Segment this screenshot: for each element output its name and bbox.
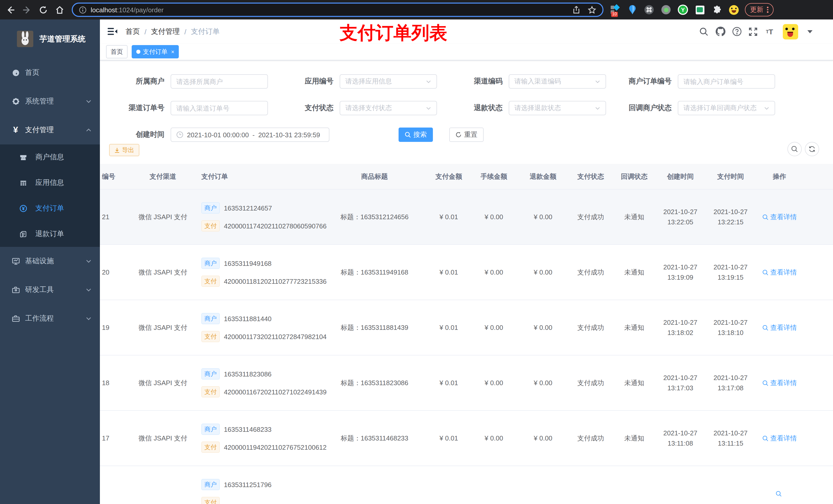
breadcrumb-pay-manage[interactable]: 支付管理 [151, 27, 180, 36]
refresh-table-button[interactable] [805, 142, 819, 156]
col-header-pay-time: 支付时间 [706, 171, 755, 182]
sidebar-item-infra[interactable]: 基础设施 [0, 247, 100, 275]
cell-id: 17 [100, 434, 124, 442]
cell-order: 商户 1635312124657 支付 42000011742021102780… [201, 202, 321, 232]
view-detail-link[interactable]: 查看详情 [755, 434, 804, 443]
font-size-icon[interactable]: TT [764, 26, 775, 37]
extension-icon-chat[interactable] [695, 5, 705, 15]
refund-status-select[interactable]: 请选择退款状态 [509, 101, 606, 115]
user-avatar[interactable] [783, 24, 798, 39]
bookmark-star-icon[interactable] [588, 5, 596, 14]
extension-icon-blocks[interactable]: 10 [610, 5, 620, 15]
extension-icon-emoji[interactable] [729, 5, 739, 15]
cell-pay-time: 2021-10-2713:18:10 [706, 317, 755, 338]
avatar-caret-icon[interactable] [807, 30, 812, 33]
extension-icon-green-dot[interactable] [661, 5, 671, 15]
sidebar-item-system[interactable]: 系统管理 [0, 87, 100, 116]
search-icon [791, 145, 798, 153]
cell-channel: 微信 JSAPI 支付 [124, 434, 201, 443]
col-header-refund: 退款金额 [519, 172, 568, 181]
sidebar-item-pay-order[interactable]: 支付订单 [0, 196, 100, 221]
github-icon[interactable] [715, 26, 725, 37]
url-bar[interactable]: localhost:1024/pay/order [72, 3, 603, 17]
extension-puzzle-icon[interactable] [712, 5, 722, 15]
view-detail-link[interactable] [755, 490, 804, 497]
pay-order-no: 4200001173202110272847982104 [224, 333, 327, 340]
browser-menu-icon[interactable] [767, 7, 768, 13]
extension-icon-balloon[interactable] [627, 5, 637, 15]
export-button[interactable]: 导出 [109, 144, 139, 156]
tag-home[interactable]: 首页 [106, 45, 127, 58]
merchant-tag: 商户 [201, 479, 220, 490]
cell-id: 19 [100, 324, 124, 331]
close-icon[interactable]: × [171, 49, 174, 55]
show-search-toggle-button[interactable] [787, 142, 802, 156]
browser-toolbar: localhost:1024/pay/order 10 Y [0, 0, 833, 20]
sidebar-item-payment[interactable]: ¥ 支付管理 [0, 116, 100, 144]
cell-title: 标题：1635312124656 [321, 212, 428, 221]
gear-icon [11, 97, 20, 105]
fullscreen-icon[interactable] [748, 26, 758, 37]
date-start-value: 2021-10-01 00:00:00 [187, 131, 249, 139]
pay-status-select[interactable]: 请选择支付状态 [340, 101, 437, 115]
browser-back-icon[interactable] [4, 3, 16, 16]
merchant-input-field[interactable] [176, 78, 262, 85]
pay-order-no: 4200001194202110276752100612 [224, 443, 327, 451]
search-icon[interactable] [699, 26, 709, 37]
tag-pay-order[interactable]: 支付订单 × [132, 45, 179, 58]
channel-code-select[interactable]: 请输入渠道编码 [509, 74, 606, 89]
reset-button[interactable]: 重置 [449, 127, 484, 142]
sidebar-logo[interactable]: 芋道管理系统 [0, 20, 100, 58]
chevron-down-icon [595, 105, 600, 111]
share-icon[interactable] [572, 6, 580, 14]
extension-icon-command[interactable] [644, 5, 654, 15]
breadcrumb-home[interactable]: 首页 [125, 27, 140, 36]
cell-create-time: 2021-10-2713:18:02 [655, 317, 706, 338]
browser-reload-icon[interactable] [37, 3, 49, 16]
help-icon[interactable] [732, 26, 742, 37]
tag-label: 支付订单 [143, 47, 168, 56]
merchant-input[interactable] [171, 74, 268, 89]
cell-create-time: 2021-10-2713:22:05 [655, 207, 706, 227]
channel-order-input[interactable] [171, 101, 268, 115]
yen-circle-icon [20, 205, 27, 213]
search-button[interactable]: 搜索 [399, 127, 433, 142]
navbar-actions: TT [699, 20, 812, 44]
sidebar-item-merchant-info[interactable]: 商户信息 [0, 144, 100, 170]
shop-icon [20, 153, 27, 161]
pay-status-label: 支付状态 [283, 103, 340, 113]
app-label: 应用编号 [283, 77, 340, 86]
sidebar-item-workflow[interactable]: 工作流程 [0, 304, 100, 333]
cell-refund: ¥ 0.00 [519, 213, 568, 221]
callback-status-select[interactable]: 请选择订单回调商户状态 [678, 101, 775, 115]
url-path: :1024/pay/order [117, 6, 164, 14]
cell-fee: ¥ 0.00 [469, 379, 519, 387]
create-time-range-picker[interactable]: 2021-10-01 00:00:00 - 2021-10-31 23:59:5… [171, 127, 329, 142]
view-detail-link[interactable]: 查看详情 [755, 212, 804, 221]
merchant-order-input-field[interactable] [684, 78, 769, 85]
sidebar-item-app-info[interactable]: 应用信息 [0, 170, 100, 196]
browser-forward-icon[interactable] [21, 3, 33, 16]
browser-update-button[interactable]: 更新 [745, 3, 773, 16]
cell-fee: ¥ 0.00 [469, 268, 519, 276]
view-detail-link[interactable]: 查看详情 [755, 268, 804, 277]
chevron-down-icon [426, 79, 431, 84]
monitor-icon [11, 257, 20, 265]
sidebar-fold-icon[interactable] [108, 28, 117, 35]
cell-pay-time: 2021-10-2713:11:15 [706, 428, 755, 449]
merchant-order-input[interactable] [678, 74, 775, 89]
col-header-notify-status: 回调状态 [614, 172, 655, 181]
cell-notify-status: 未通知 [614, 378, 655, 387]
sidebar-item-home[interactable]: 首页 [0, 58, 100, 87]
sidebar-item-label: 工作流程 [25, 314, 54, 323]
extension-icon-y[interactable]: Y [678, 5, 688, 15]
site-info-icon[interactable] [79, 6, 87, 14]
app-select[interactable]: 请选择应用信息 [340, 74, 437, 89]
channel-order-input-field[interactable] [176, 104, 262, 112]
view-detail-link[interactable]: 查看详情 [755, 378, 804, 387]
merchant-tag: 商户 [201, 258, 220, 269]
view-detail-link[interactable]: 查看详情 [755, 323, 804, 332]
sidebar-item-refund-order[interactable]: 退款订单 [0, 221, 100, 247]
sidebar-item-devtools[interactable]: 研发工具 [0, 275, 100, 304]
browser-home-icon[interactable] [53, 3, 66, 16]
